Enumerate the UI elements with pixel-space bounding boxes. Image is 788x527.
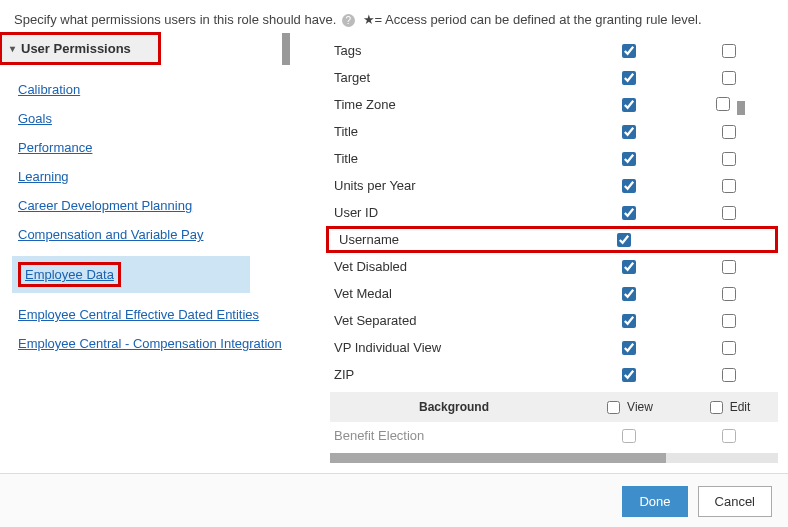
permission-row: Vet Disabled <box>330 253 778 280</box>
sidebar-item-link[interactable]: Compensation and Variable Pay <box>18 227 204 242</box>
sidebar-item[interactable]: Compensation and Variable Pay <box>18 227 290 242</box>
sidebar-item[interactable]: Goals <box>18 111 290 126</box>
permission-label: Vet Separated <box>330 313 578 328</box>
permission-label: Units per Year <box>330 178 578 193</box>
section-edit-all-checkbox[interactable] <box>710 401 723 414</box>
permission-label: Benefit Election <box>330 428 578 443</box>
help-icon[interactable]: ? <box>342 14 355 27</box>
sidebar-item-link[interactable]: Performance <box>18 140 92 155</box>
permission-label: Title <box>330 151 578 166</box>
permission-label: Target <box>330 70 578 85</box>
horizontal-scrollbar[interactable] <box>330 453 778 463</box>
permission-view-checkbox[interactable] <box>622 314 636 328</box>
permission-row: Vet Separated <box>330 307 778 334</box>
sidebar-item-link[interactable]: Learning <box>18 169 69 184</box>
chevron-down-icon: ▾ <box>10 43 15 54</box>
section-header-background: Background View Edit <box>330 392 778 422</box>
dialog-footer: Done Cancel <box>0 473 788 527</box>
sidebar-item-link[interactable]: Calibration <box>18 82 80 97</box>
permission-edit-checkbox[interactable] <box>722 341 736 355</box>
done-button[interactable]: Done <box>622 486 687 517</box>
section-title: Background <box>330 400 578 414</box>
permission-row: Target <box>330 64 778 91</box>
permission-edit-checkbox[interactable] <box>722 314 736 328</box>
sidebar-item[interactable]: Employee Central - Compensation Integrat… <box>18 336 290 351</box>
permission-view-checkbox[interactable] <box>622 71 636 85</box>
permission-view-checkbox[interactable] <box>622 44 636 58</box>
section-view-all-checkbox[interactable] <box>607 401 620 414</box>
permission-edit-checkbox[interactable] <box>722 206 736 220</box>
section-edit-label: Edit <box>730 400 751 414</box>
permission-row: Username <box>326 226 778 253</box>
permission-edit-checkbox[interactable] <box>722 71 736 85</box>
sidebar-item-link[interactable]: Goals <box>18 111 52 126</box>
note-text-prefix: Specify what permissions users in this r… <box>14 12 336 27</box>
permission-edit-checkbox[interactable] <box>722 368 736 382</box>
permission-edit-checkbox[interactable] <box>722 429 736 443</box>
sidebar: ▾ User Permissions CalibrationGoalsPerfo… <box>0 33 290 365</box>
sidebar-item[interactable]: Learning <box>18 169 290 184</box>
cancel-button[interactable]: Cancel <box>698 486 772 517</box>
note-text-suffix: ★= Access period can be defined at the g… <box>363 12 702 27</box>
permission-row: Benefit Election <box>330 422 778 449</box>
permission-row: User ID <box>330 199 778 226</box>
permission-label: User ID <box>330 205 578 220</box>
permission-label: Tags <box>330 43 578 58</box>
permission-view-checkbox[interactable] <box>622 368 636 382</box>
permission-note: Specify what permissions users in this r… <box>0 0 788 33</box>
horizontal-scrollbar-thumb[interactable] <box>330 453 666 463</box>
permission-label: Time Zone <box>330 97 578 112</box>
sidebar-category-label: User Permissions <box>21 41 131 56</box>
permission-row: Time Zone <box>330 91 778 118</box>
sidebar-item-link[interactable]: Career Development Planning <box>18 198 192 213</box>
permission-view-checkbox[interactable] <box>622 341 636 355</box>
permissions-panel: TagsTargetTime ZoneTitleTitleUnits per Y… <box>290 33 788 463</box>
permission-view-checkbox[interactable] <box>622 287 636 301</box>
sidebar-item[interactable]: Calibration <box>18 82 290 97</box>
permission-view-checkbox[interactable] <box>622 152 636 166</box>
sidebar-category-user-permissions[interactable]: ▾ User Permissions <box>0 33 160 64</box>
permission-label: ZIP <box>330 367 578 382</box>
sidebar-item-link[interactable]: Employee Data <box>25 267 114 282</box>
section-view-label: View <box>627 400 653 414</box>
permission-view-checkbox[interactable] <box>622 260 636 274</box>
extra-indicator-icon <box>737 101 745 115</box>
permission-row: Title <box>330 118 778 145</box>
sidebar-item[interactable]: Employee Data <box>12 256 250 293</box>
permission-edit-checkbox[interactable] <box>716 97 730 111</box>
permission-edit-checkbox[interactable] <box>722 152 736 166</box>
permission-row: VP Individual View <box>330 334 778 361</box>
permission-edit-checkbox[interactable] <box>722 125 736 139</box>
permission-label: VP Individual View <box>330 340 578 355</box>
permission-view-checkbox[interactable] <box>622 179 636 193</box>
permission-view-checkbox[interactable] <box>622 206 636 220</box>
sidebar-item[interactable]: Career Development Planning <box>18 198 290 213</box>
sidebar-item[interactable]: Performance <box>18 140 290 155</box>
permission-label: Vet Disabled <box>330 259 578 274</box>
permission-view-checkbox[interactable] <box>622 429 636 443</box>
permission-row: Title <box>330 145 778 172</box>
permission-edit-checkbox[interactable] <box>722 44 736 58</box>
permission-label: Title <box>330 124 578 139</box>
permission-edit-checkbox[interactable] <box>722 287 736 301</box>
permission-label: Username <box>331 232 573 247</box>
permission-view-checkbox[interactable] <box>617 233 631 247</box>
sidebar-item-link[interactable]: Employee Central - Compensation Integrat… <box>18 336 282 351</box>
permission-view-checkbox[interactable] <box>622 125 636 139</box>
permission-row: Tags <box>330 37 778 64</box>
permission-row: ZIP <box>330 361 778 388</box>
highlight-box: Employee Data <box>18 262 121 287</box>
permission-row: Vet Medal <box>330 280 778 307</box>
permission-view-checkbox[interactable] <box>622 98 636 112</box>
permission-label: Vet Medal <box>330 286 578 301</box>
sidebar-item[interactable]: Employee Central Effective Dated Entitie… <box>18 307 290 322</box>
permission-edit-checkbox[interactable] <box>722 179 736 193</box>
permission-edit-checkbox[interactable] <box>722 260 736 274</box>
sidebar-item-link[interactable]: Employee Central Effective Dated Entitie… <box>18 307 259 322</box>
permission-row: Units per Year <box>330 172 778 199</box>
sidebar-scrollbar-thumb[interactable] <box>282 33 290 65</box>
